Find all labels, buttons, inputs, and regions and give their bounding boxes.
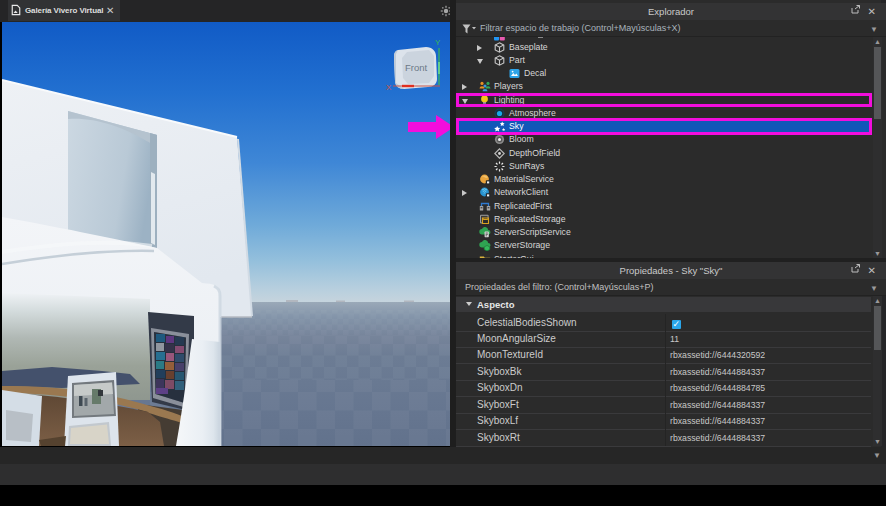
svg-text:Y: Y <box>435 38 441 47</box>
svg-text:Front: Front <box>405 62 428 73</box>
svg-text:X: X <box>386 83 392 92</box>
